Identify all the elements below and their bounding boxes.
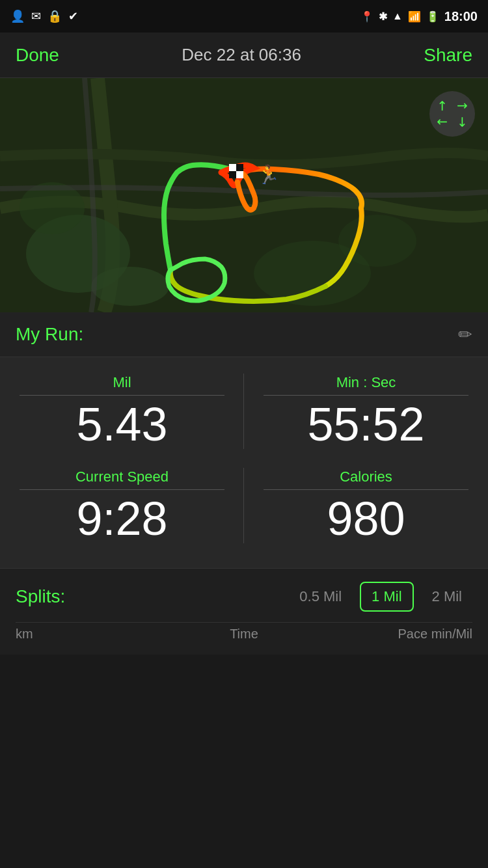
time-value: 55:52	[264, 401, 468, 448]
splits-section: Splits: 0.5 Mil 1 Mil 2 Mil km Time Pace…	[0, 568, 488, 655]
signal-icon: 📶	[408, 10, 421, 23]
route-map: 🏃	[0, 78, 488, 312]
my-run-label: My Run:	[16, 324, 83, 345]
calories-divider	[264, 489, 468, 490]
battery-icon: 🔋	[426, 10, 439, 23]
status-bar: 👤 ✉ 🔒 ✔ 📍 ✱ ▲ 📶 🔋 18:00	[0, 0, 488, 33]
speed-value: 9:28	[20, 495, 224, 542]
person-icon: 👤	[10, 9, 25, 23]
speed-divider	[20, 489, 224, 490]
edit-button[interactable]: ✏	[458, 325, 472, 345]
svg-rect-7	[229, 164, 236, 171]
distance-label: Mil	[20, 374, 224, 391]
calories-stat: Calories 980	[244, 458, 488, 552]
splits-option-half[interactable]: 0.5 Mil	[289, 583, 352, 610]
app-header: Done Dec 22 at 06:36 Share	[0, 33, 488, 78]
svg-point-2	[91, 267, 169, 306]
calories-value: 980	[264, 495, 468, 542]
splits-option-one[interactable]: 1 Mil	[360, 582, 413, 612]
done-button[interactable]: Done	[16, 45, 59, 66]
speed-label: Current Speed	[20, 468, 224, 485]
checkmark-icon: ✔	[68, 9, 78, 23]
splits-options: 0.5 Mil 1 Mil 2 Mil	[289, 582, 472, 612]
bluetooth-icon: ✱	[379, 10, 387, 23]
lock-icon: 🔒	[47, 9, 62, 23]
mail-icon: ✉	[31, 9, 41, 23]
splits-header-row: Splits: 0.5 Mil 1 Mil 2 Mil	[16, 582, 472, 612]
distance-value: 5.43	[20, 401, 224, 448]
splits-label: Splits:	[16, 586, 65, 607]
svg-rect-10	[229, 171, 236, 178]
stats-row-1: Mil 5.43 Min : Sec 55:52	[0, 364, 488, 458]
share-button[interactable]: Share	[424, 45, 472, 66]
my-run-section: My Run: ✏	[0, 312, 488, 357]
stats-container: Mil 5.43 Min : Sec 55:52 Current Speed 9…	[0, 357, 488, 568]
wifi-icon: ▲	[392, 10, 403, 22]
status-icons-right: 📍 ✱ ▲ 📶 🔋 18:00	[360, 9, 478, 24]
location-icon: 📍	[360, 10, 373, 23]
time-divider	[264, 395, 468, 396]
svg-rect-8	[236, 171, 243, 178]
svg-text:🏃: 🏃	[257, 164, 280, 185]
time-label: Min : Sec	[264, 374, 468, 391]
stats-row-2: Current Speed 9:28 Calories 980	[0, 458, 488, 562]
calories-label: Calories	[264, 468, 468, 485]
status-icons-left: 👤 ✉ 🔒 ✔	[10, 9, 78, 23]
splits-option-two[interactable]: 2 Mil	[422, 583, 472, 610]
time-stat: Min : Sec 55:52	[244, 364, 488, 458]
splits-col-pace: Pace min/Mil	[320, 627, 472, 642]
svg-rect-9	[236, 164, 243, 171]
status-time: 18:00	[444, 9, 478, 24]
session-title: Dec 22 at 06:36	[182, 45, 301, 65]
splits-col-km: km	[16, 627, 168, 642]
distance-divider	[20, 395, 224, 396]
speed-stat: Current Speed 9:28	[0, 458, 244, 552]
splits-table-header: km Time Pace min/Mil	[16, 622, 472, 645]
distance-stat: Mil 5.43	[0, 364, 244, 458]
map-view: 🏃 ↗ ↗ ↗ ↗	[0, 78, 488, 312]
splits-col-time: Time	[168, 627, 320, 642]
expand-map-button[interactable]: ↗ ↗ ↗ ↗	[429, 91, 475, 137]
